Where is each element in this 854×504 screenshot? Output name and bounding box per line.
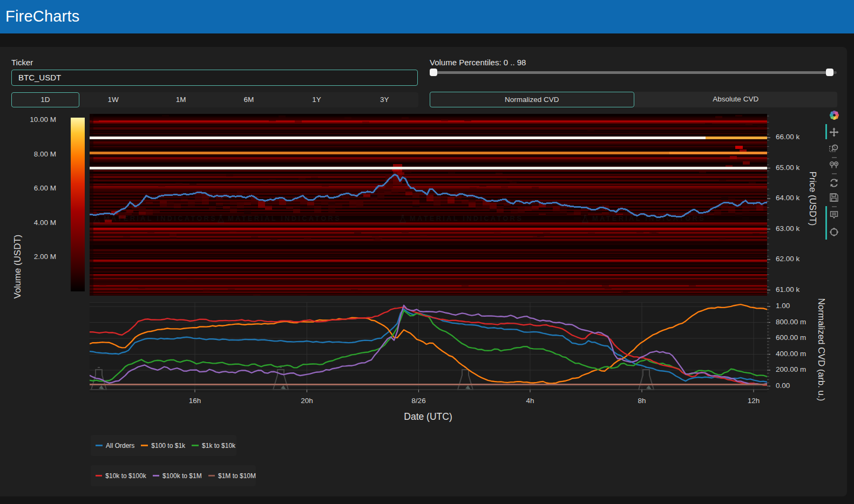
svg-text:MATERIAL INDICATORS: MATERIAL INDICATORS (104, 214, 217, 222)
svg-text:MATERIAL INDICATORS: MATERIAL INDICATORS (228, 214, 341, 222)
svg-text:MATERIAL INDICATORS: MATERIAL INDICATORS (410, 214, 523, 222)
